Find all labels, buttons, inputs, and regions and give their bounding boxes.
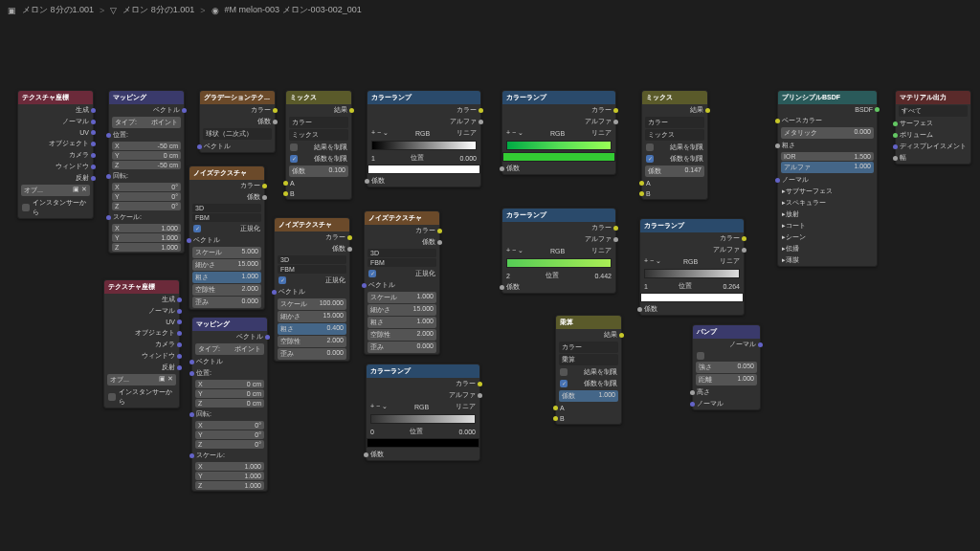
breadcrumb-item[interactable]: #M melon-003 メロン-003-002_001 (225, 4, 362, 16)
node-mix[interactable]: ミックス 結果 カラー ミックス 結果を制限 ✓係数を制限 係数0.100 A … (285, 90, 352, 200)
breadcrumb-sep: > (200, 6, 205, 15)
socket-label: 反射 (76, 173, 89, 183)
socket-label: カメラ (69, 150, 89, 160)
socket-label: 生成 (76, 105, 89, 115)
node-noise-texture[interactable]: ノイズテクスチャ カラー 係数 3D FBM ✓正規化 ベクトル スケール5.0… (189, 165, 265, 310)
node-color-ramp[interactable]: カラーランプ カラー アルファ + − ⌄RGBリニア 係数 (501, 90, 616, 175)
object-field[interactable]: オブ... (24, 186, 43, 195)
checkbox[interactable] (22, 204, 30, 211)
node-mix[interactable]: ミックス 結果 カラー ミックス 結果を制限 ✓係数を制限 係数0.147 A … (641, 90, 708, 200)
modifier-icon: ▽ (110, 6, 117, 15)
node-header[interactable]: テクスチャ座標 (18, 91, 93, 104)
node-color-ramp[interactable]: カラーランプ カラー アルファ + − ⌄RGBリニア 1位置0.000 係数 (367, 90, 481, 187)
node-texture-coord[interactable]: テクスチャ座標 生成 ノーマル UV オブジェクト カメラ ウィンドウ 反射 オ… (17, 90, 94, 219)
node-material-output[interactable]: マテリアル出力 すべて サーフェス ボリューム ディスプレイスメント 幅 (895, 90, 971, 165)
socket-label: ベクトル (153, 105, 180, 115)
node-bump[interactable]: バンプ ノーマル 強さ0.050 距離1.000 高さ ノーマル (692, 324, 761, 410)
socket-label: UV (79, 129, 89, 136)
breadcrumb-item[interactable]: メロン 8分の1.001 (122, 4, 194, 16)
socket-label: ノーマル (62, 117, 89, 126)
node-color-ramp[interactable]: カラーランプ カラー アルファ + − ⌄RGBリニア 1位置0.264 係数 (639, 218, 745, 316)
node-header[interactable]: テクスチャ座標 (104, 280, 179, 294)
node-noise-texture[interactable]: ノイズテクスチャ カラー 係数 3D FBM ✓正規化 ベクトル スケール100… (274, 217, 350, 362)
node-header[interactable]: マッピング (109, 91, 184, 104)
node-principled-bsdf[interactable]: プリンシプルBSDF BSDF ベースカラー メタリック0.000 粗さ IOR… (777, 90, 878, 267)
node-gradient-texture[interactable]: グラデーションテク... カラー 係数 球状（二次式） ベクトル (199, 90, 276, 153)
node-mix-multiply[interactable]: 乗算 結果 カラー 乗算 結果を制限 ✓係数を制限 係数1.000 A B (555, 315, 622, 425)
gradient-ramp[interactable] (371, 141, 477, 150)
breadcrumb-item[interactable]: メロン 8分の1.001 (22, 4, 94, 16)
breadcrumb-sep: > (100, 6, 104, 15)
material-icon: ◉ (212, 6, 219, 15)
node-workspace[interactable]: テクスチャ座標 生成 ノーマル UV オブジェクト カメラ ウィンドウ 反射 オ… (0, 20, 980, 537)
breadcrumb: ▣ メロン 8分の1.001 > ▽ メロン 8分の1.001 > ◉ #M m… (0, 0, 980, 20)
node-noise-texture[interactable]: ノイズテクスチャ カラー 係数 3D FBM ✓正規化 ベクトル スケール1.0… (364, 210, 440, 355)
checkbox-label: インスタンサーから (33, 198, 89, 217)
node-mapping[interactable]: マッピング ベクトル タイプ:ポイント ベクトル 位置: X0 cm Y0 cm… (191, 317, 268, 492)
node-color-ramp[interactable]: カラーランプ カラー アルファ + − ⌄RGBリニア 0位置0.000 係数 (366, 364, 480, 461)
node-color-ramp[interactable]: カラーランプ カラー アルファ + − ⌄RGBリニア 2位置0.442 係数 (501, 208, 616, 294)
mesh-icon: ▣ (8, 6, 16, 15)
socket-label: ウィンドウ (56, 162, 89, 171)
node-mapping[interactable]: マッピング ベクトル タイプ:ポイント 位置: X-50 cm Y0 cm Z-… (108, 90, 185, 253)
node-texture-coord[interactable]: テクスチャ座標 生成 ノーマル UV オブジェクト カメラ ウィンドウ 反射 オ… (103, 279, 180, 408)
socket-label: オブジェクト (49, 139, 89, 148)
